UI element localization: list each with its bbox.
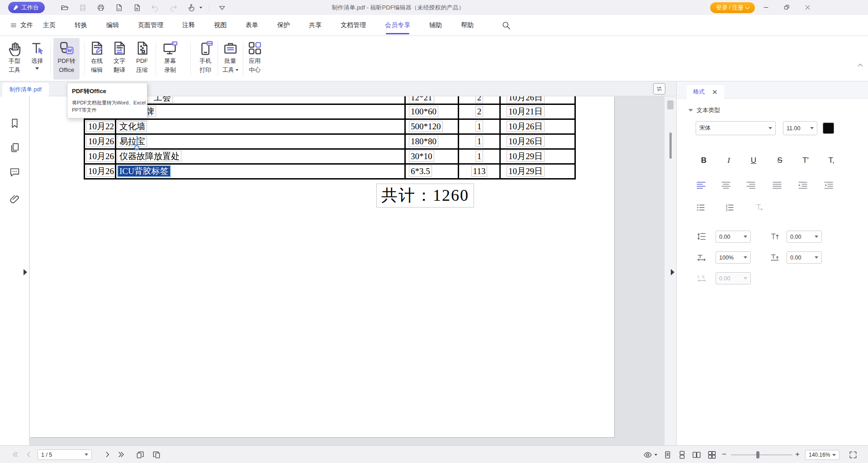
zoom-slider-thumb[interactable] bbox=[756, 451, 759, 458]
text-direction-button[interactable] bbox=[754, 203, 764, 213]
text-caret-handle[interactable] bbox=[134, 145, 139, 150]
scrollbar-indicator[interactable] bbox=[669, 132, 672, 159]
bullet-list-button[interactable] bbox=[696, 203, 707, 213]
cell-text[interactable]: 30*10 bbox=[409, 151, 434, 162]
cell-text[interactable]: 12*21 bbox=[409, 96, 434, 103]
cell-text[interactable]: 180*80 bbox=[409, 136, 438, 147]
paragraph-spacing-select[interactable]: 0.00 bbox=[787, 231, 822, 243]
cell-text[interactable]: 10月26日 bbox=[507, 96, 545, 103]
menu-item-0[interactable]: 主页 bbox=[43, 15, 56, 36]
next-view-icon[interactable] bbox=[152, 450, 161, 459]
align-justify-button[interactable] bbox=[772, 180, 783, 191]
undo-icon[interactable] bbox=[149, 2, 161, 13]
menu-item-9[interactable]: 文档管理 bbox=[341, 15, 366, 36]
document-tab[interactable]: 制作清单.pdf bbox=[2, 83, 49, 96]
fullscreen-icon[interactable] bbox=[849, 450, 858, 459]
toolbar-button-pdf-compress[interactable]: PDF压缩 bbox=[131, 38, 153, 80]
align-right-button[interactable] bbox=[745, 180, 756, 191]
previous-page-icon[interactable] bbox=[24, 450, 33, 459]
facing-continuous-view-icon[interactable] bbox=[707, 450, 716, 459]
cell-text[interactable]: 1 bbox=[475, 136, 484, 147]
cell-text[interactable]: ICU背胶标签 bbox=[118, 165, 171, 177]
menu-item-11[interactable]: 辅助 bbox=[429, 15, 442, 36]
cell-text[interactable]: 1 bbox=[475, 151, 484, 162]
menu-item-10[interactable]: 会员专享 bbox=[385, 15, 410, 36]
cell-text[interactable]: 文化墙 bbox=[118, 121, 147, 132]
menu-item-file[interactable]: 文件 bbox=[10, 21, 33, 29]
workspace-button[interactable]: 工作台 bbox=[8, 2, 45, 13]
align-left-button[interactable] bbox=[696, 180, 707, 191]
save-icon[interactable] bbox=[77, 2, 88, 13]
toolbar-button-select-tool[interactable]: 选择 bbox=[26, 38, 48, 80]
open-file-icon[interactable] bbox=[59, 2, 70, 13]
toolbar-button-batch-tools[interactable]: 批量工具 bbox=[219, 38, 241, 80]
facing-view-icon[interactable] bbox=[692, 450, 701, 459]
search-icon[interactable] bbox=[501, 20, 511, 30]
zoom-out-button[interactable]: − bbox=[722, 449, 726, 459]
cell-text[interactable]: 10月26日 bbox=[86, 165, 116, 177]
cell-text[interactable]: 10月26日 bbox=[86, 136, 116, 147]
cell-text[interactable]: 10月26日 bbox=[86, 151, 116, 162]
menu-item-4[interactable]: 注释 bbox=[182, 15, 195, 36]
hand-select-icon[interactable] bbox=[185, 2, 197, 13]
print-icon[interactable] bbox=[95, 2, 106, 13]
menu-item-12[interactable]: 帮助 bbox=[461, 15, 474, 36]
numbered-list-button[interactable]: 123 bbox=[725, 203, 736, 213]
font-color-swatch[interactable] bbox=[823, 123, 834, 134]
toolbar-button-online-edit[interactable]: 在线编辑 bbox=[86, 38, 108, 80]
first-page-icon[interactable] bbox=[11, 450, 20, 459]
strikethrough-button[interactable]: S bbox=[772, 153, 788, 168]
baseline-offset-select[interactable]: 0.00 bbox=[787, 251, 822, 264]
swap-panel-icon[interactable] bbox=[653, 83, 665, 94]
horizontal-scale-select[interactable]: 100% bbox=[716, 251, 751, 264]
cell-text[interactable]: 10月26日 bbox=[507, 136, 545, 147]
cell-text[interactable]: 易拉宝 bbox=[118, 136, 147, 147]
close-panel-icon[interactable]: ✕ bbox=[712, 89, 718, 95]
page-extract-icon[interactable] bbox=[113, 2, 124, 13]
text-type-section[interactable]: 文本类型 bbox=[688, 106, 720, 114]
customize-toolbar-icon[interactable] bbox=[216, 2, 228, 13]
font-family-select[interactable]: 宋体 bbox=[696, 121, 776, 135]
line-spacing-select[interactable]: 0.00 bbox=[716, 231, 751, 243]
cell-text[interactable]: 10月22日 bbox=[86, 121, 116, 132]
subscript-button[interactable]: T, bbox=[823, 153, 840, 168]
superscript-button[interactable]: T' bbox=[797, 153, 814, 168]
view-mode-eye-icon[interactable] bbox=[643, 450, 652, 459]
cell-text[interactable]: 2 bbox=[475, 106, 484, 117]
cell-text[interactable]: 10月29日 bbox=[507, 165, 545, 177]
toolbar-button-hand-tool[interactable]: 手型工具 bbox=[4, 38, 25, 80]
zoom-level-select[interactable]: 140.16% bbox=[805, 450, 840, 460]
cell-text[interactable]: 6*3.5 bbox=[409, 165, 432, 177]
cell-text[interactable]: 10月29日 bbox=[507, 151, 545, 162]
page-insert-icon[interactable] bbox=[131, 2, 142, 13]
cell-text[interactable]: 10月26日 bbox=[507, 121, 545, 132]
cell-text[interactable]: 2 bbox=[475, 96, 484, 103]
cell-text[interactable]: 1 bbox=[475, 121, 484, 132]
redo-icon[interactable] bbox=[167, 2, 179, 13]
toolbar-button-pdf-to-office[interactable]: PDF转Office bbox=[53, 38, 80, 80]
align-center-button[interactable] bbox=[721, 180, 731, 191]
menu-item-7[interactable]: 保护 bbox=[277, 15, 290, 36]
menu-item-2[interactable]: 编辑 bbox=[106, 15, 119, 36]
font-size-select[interactable]: 11.00 bbox=[783, 121, 817, 135]
last-page-icon[interactable] bbox=[117, 450, 126, 459]
menu-item-5[interactable]: 视图 bbox=[214, 15, 227, 36]
toolbar-button-app-center[interactable]: 应用中心 bbox=[244, 38, 266, 80]
italic-button[interactable]: I bbox=[721, 153, 737, 168]
cell-text[interactable]: 10月21日 bbox=[507, 106, 545, 117]
menu-item-3[interactable]: 页面管理 bbox=[138, 15, 163, 36]
cell-text[interactable]: 仪器故障放置处 bbox=[118, 151, 181, 162]
cell-text[interactable]: 100*60 bbox=[409, 106, 438, 117]
sidebar-expand-handle[interactable] bbox=[24, 269, 27, 275]
panel-collapse-handle[interactable] bbox=[671, 269, 674, 275]
toolbar-button-phone-print[interactable]: 手机打印 bbox=[194, 38, 216, 80]
attachments-icon[interactable] bbox=[9, 194, 20, 205]
cell-text[interactable]: 113 bbox=[471, 165, 488, 177]
cell-text[interactable]: 500*120 bbox=[409, 121, 443, 132]
bookmarks-icon[interactable] bbox=[9, 118, 20, 129]
previous-view-icon[interactable] bbox=[136, 450, 145, 459]
zoom-in-button[interactable]: + bbox=[795, 449, 800, 459]
total-text[interactable]: 共计：1260 bbox=[376, 184, 474, 208]
continuous-view-icon[interactable] bbox=[678, 450, 687, 459]
menu-item-8[interactable]: 共享 bbox=[309, 15, 322, 36]
